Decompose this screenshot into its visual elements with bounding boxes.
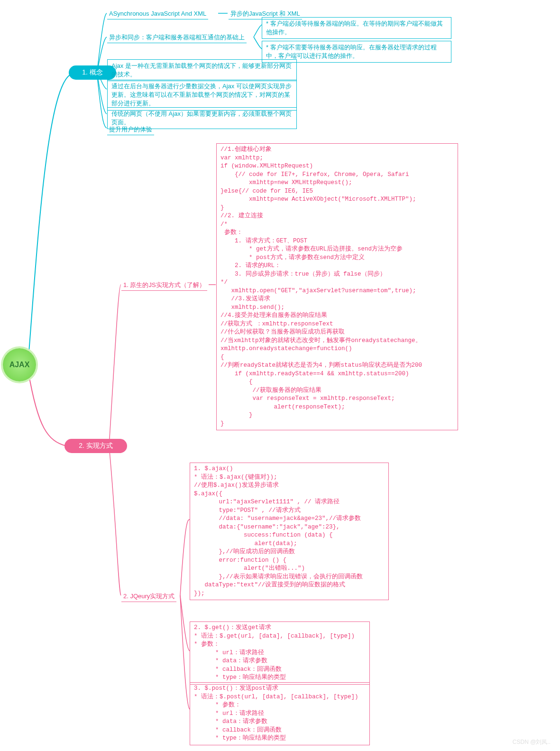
node-sync-async: 异步和同步：客户端和服务器端相互通信的基础上 [107, 32, 247, 43]
branch-concept-label: 1. 概念 [82, 68, 103, 77]
branch-impl[interactable]: 2. 实现方式 [64, 439, 127, 453]
node-jquery-ajax: 1. $.ajax() * 语法：$.ajax({键值对}); //使用$.aj… [190, 463, 389, 600]
node-sync-desc: * 客户端必须等待服务器端的响应。在等待的期间客户端不能做其他操作。 [262, 17, 451, 39]
mindmap-canvas: AJAX 1. 概念 ASynchronous JavaScript And X… [0, 0, 560, 751]
node-ux: 提升用户的体验 [107, 124, 154, 135]
node-ajax-def: Ajax 是一种在无需重新加载整个网页的情况下，能够更新部分网页的技术。 [107, 59, 297, 81]
node-native-js-title: 1. 原生的JS实现方式（了解） [121, 280, 207, 291]
watermark: CSDN @刘凤.. [513, 738, 551, 746]
node-jquery-get: 2. $.get()：发送get请求 * 语法：$.get(url, [data… [190, 621, 370, 685]
root-label: AJAX [9, 361, 30, 369]
node-jquery-title: 2. JQeury实现方式 [121, 591, 176, 602]
node-async-en: ASynchronous JavaScript And XML [107, 9, 208, 19]
node-jquery-post: 3. $.post()：发送post请求 * 语法：$.post(url, [d… [190, 682, 370, 745]
root-node[interactable]: AJAX [3, 348, 36, 381]
node-native-js-code: //1.创建核心对象 var xmlhttp; if (window.XMLHt… [216, 143, 458, 430]
node-ajax-exchange: 通过在后台与服务器进行少量数据交换，Ajax 可以使网页实现异步更新。这意味着可… [107, 80, 297, 111]
branch-impl-label: 2. 实现方式 [79, 442, 113, 450]
